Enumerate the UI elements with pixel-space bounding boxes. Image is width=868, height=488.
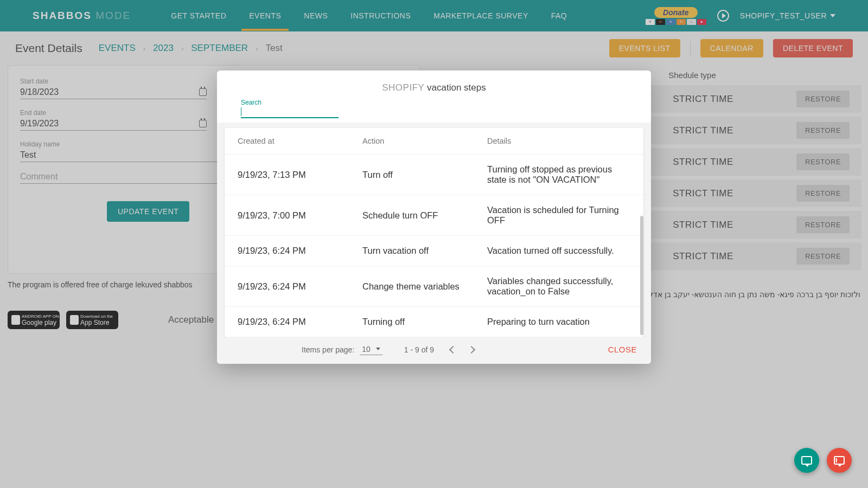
log-row: 9/19/23, 7:13 PMTurn offTurning off stop… (225, 155, 643, 195)
prev-page-icon[interactable] (449, 345, 457, 353)
search-input[interactable] (241, 106, 339, 118)
log-row: 9/19/23, 6:24 PMTurn vacation offVacatio… (225, 236, 643, 266)
log-row: 9/19/23, 7:00 PMSchedule turn OFFVacatio… (225, 195, 643, 236)
col-created-at: Created at (238, 137, 362, 145)
items-per-page-select[interactable]: 10 (360, 344, 382, 355)
page-range: 1 - 9 of 9 (404, 345, 434, 354)
items-per-page-label: Items per page: (302, 345, 354, 354)
search-label: Search (241, 99, 339, 106)
feedback-fab[interactable] (827, 448, 852, 473)
modal-title: SHOPIFY vacation steps (233, 82, 635, 93)
chat-icon (801, 456, 812, 465)
next-page-icon[interactable] (468, 345, 475, 353)
vacation-steps-modal: SHOPIFY vacation steps Search Created at… (217, 70, 651, 364)
log-row: 9/19/23, 6:24 PMTurning offPreparing to … (225, 307, 643, 337)
col-action: Action (362, 137, 487, 145)
close-button[interactable]: CLOSE (608, 345, 637, 354)
col-details: Details (487, 137, 630, 145)
chat-fab[interactable] (794, 448, 819, 473)
log-row: 9/19/23, 6:24 PMChange theme variablesVa… (225, 266, 643, 307)
feedback-icon (834, 456, 845, 465)
modal-rows[interactable]: 9/19/23, 7:13 PMTurn offTurning off stop… (225, 155, 643, 337)
scrollbar[interactable] (640, 216, 643, 335)
